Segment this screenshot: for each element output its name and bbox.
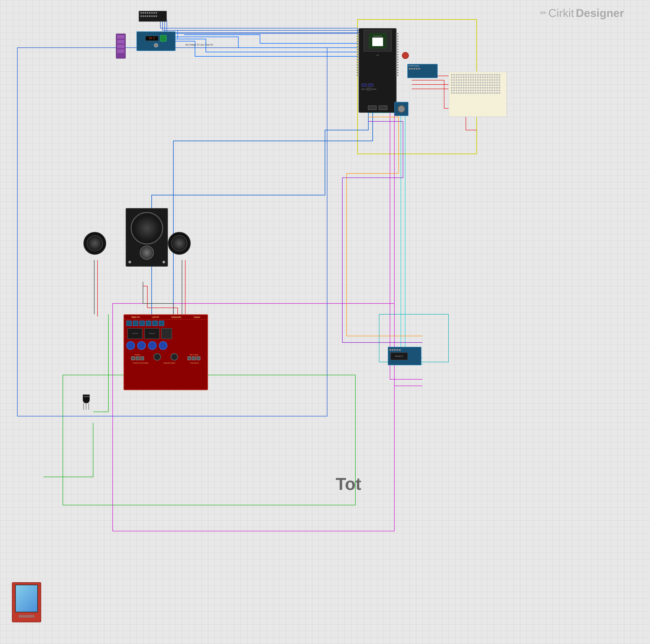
pin[interactable] <box>153 15 155 17</box>
speaker-small-left[interactable] <box>83 232 106 255</box>
battery-pack[interactable] <box>116 34 126 59</box>
pin[interactable] <box>149 12 151 14</box>
brand-name-cirkit: Cirkit <box>548 6 574 20</box>
dac-chip-label: MAX98357A <box>395 355 403 357</box>
pin[interactable] <box>145 12 146 14</box>
speaker-small-right[interactable] <box>168 232 191 255</box>
speaker-large-center[interactable] <box>126 208 168 267</box>
pin[interactable] <box>140 12 142 14</box>
amp-volume-knob-1[interactable] <box>153 353 161 361</box>
pin[interactable] <box>143 15 144 17</box>
woofer-cone <box>131 212 163 244</box>
amp-output-label: Output <box>194 316 200 318</box>
amp-sub-label: Subwoofer <box>171 316 182 318</box>
esp32-s3-module[interactable]: ESPRESSIF CE <box>359 28 397 113</box>
header-pins-bottom <box>139 14 167 18</box>
esp32-ce-label: CE <box>376 54 379 56</box>
pin[interactable] <box>145 15 146 17</box>
amp-total-vol-label: Total Volume <box>190 362 199 364</box>
pin[interactable] <box>147 15 148 17</box>
pin[interactable] <box>151 15 153 17</box>
svg-text:Set Voltage To Less Than 5V: Set Voltage To Less Than 5V <box>185 43 213 46</box>
amp-channel-vol-label: Channel Volume Adjust <box>133 362 148 364</box>
brand-logo: ✏ Cirkit Designer <box>540 6 624 20</box>
pin[interactable] <box>149 15 151 17</box>
rotary-encoder-module[interactable] <box>394 102 408 116</box>
amp-left-ch-label: Left CH <box>152 316 159 318</box>
brand-name-designer: Designer <box>576 6 624 20</box>
booster-potentiometer[interactable] <box>154 43 158 47</box>
amplifier-board[interactable]: Right CH Left CH Subwoofer Output TPA311… <box>123 314 208 390</box>
pin[interactable] <box>140 15 142 17</box>
bluetooth-wifi-module[interactable]: BT/WiFi Module <box>407 64 438 78</box>
amp-chip2-label: TPA3116 <box>149 333 155 335</box>
dac-i2s-module[interactable]: MAX98357A <box>388 347 422 365</box>
small-speaker-cone-left <box>87 235 103 251</box>
brand-icon: ✏ <box>540 8 547 18</box>
wires-layer: Set Voltage To Less Than 5V Tot <box>0 0 650 644</box>
bt-module-label: BT/WiFi Module <box>408 64 437 67</box>
pin[interactable] <box>155 15 157 17</box>
circuit-canvas: ✏ Cirkit Designer <box>0 0 650 644</box>
amp-volume-knob-2[interactable] <box>171 353 178 361</box>
amp-chip1-label: TPA3116 <box>132 333 138 335</box>
amp-power-label: Power± <box>131 354 144 356</box>
amp-sub-adj-label: Subwoofer Adjust <box>164 362 175 364</box>
small-speaker-cone-right <box>171 235 187 251</box>
pin[interactable] <box>143 12 144 14</box>
pin[interactable] <box>153 12 155 14</box>
amp-input-label: 3D or Input <box>187 354 201 356</box>
amp-right-ch-label: Right CH <box>131 316 140 318</box>
pin[interactable] <box>155 12 157 14</box>
esp32-boot-label: BOOT <box>361 89 366 90</box>
voltage-display: 00.0 <box>149 37 155 40</box>
svg-rect-2 <box>63 375 355 505</box>
header-connector-module[interactable] <box>139 11 167 22</box>
rotary-knob[interactable] <box>398 105 405 113</box>
header-pins-top <box>139 11 167 14</box>
pin[interactable] <box>151 12 153 14</box>
esp32-reset-label: RESET <box>371 89 376 90</box>
tweeter-cone <box>140 246 154 260</box>
transistor-component[interactable] <box>81 395 91 410</box>
breadboard[interactable] <box>448 71 507 117</box>
svg-text:Tot: Tot <box>336 474 361 494</box>
voltage-booster-module[interactable]: 00.0 <box>137 31 176 51</box>
led-status-module[interactable] <box>402 52 409 59</box>
pin[interactable] <box>147 12 148 14</box>
lcd-tft-display[interactable] <box>12 582 41 622</box>
lcd-screen-area <box>15 585 38 612</box>
